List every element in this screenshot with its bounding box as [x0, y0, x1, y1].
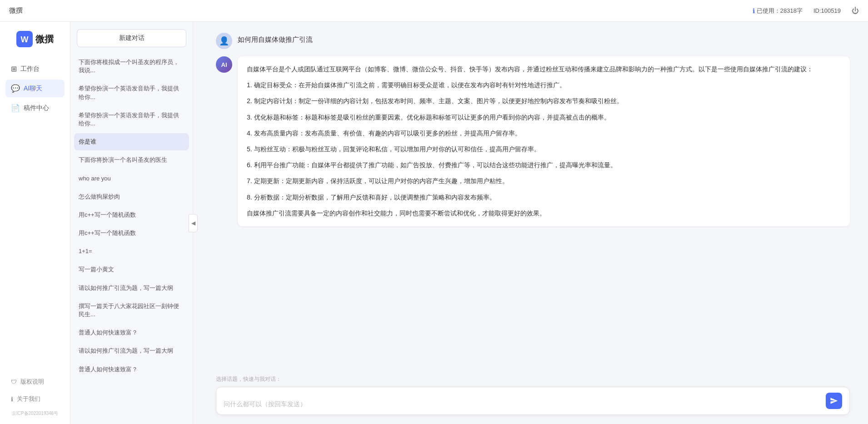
sidebar-item-label: 工作台	[20, 65, 40, 73]
chat-input[interactable]	[224, 399, 822, 409]
chat-main: 👤 如何用自媒体做推广引流 AI 自媒体平台是个人或团队通过互联网平台（如博客、…	[198, 22, 868, 424]
history-item[interactable]: 用c++写一个随机函数	[74, 206, 189, 224]
history-item[interactable]: 希望你扮演一个英语发音助手，我提供给你...	[74, 107, 189, 132]
ai-paragraph: 自媒体推广引流需要具备一定的内容创作和社交能力，同时也需要不断尝试和优化，才能取…	[247, 208, 841, 219]
logo-text: 微撰	[35, 33, 54, 45]
topbar-id: ID:100519	[813, 7, 841, 14]
history-item[interactable]: 撰写一篇关于八大家花园社区一刻钟便民生...	[74, 298, 189, 323]
chat-messages: 👤 如何用自媒体做推广引流 AI 自媒体平台是个人或团队通过互联网平台（如博客、…	[198, 22, 868, 371]
power-icon[interactable]: ⏻	[852, 7, 859, 15]
sidebar-nav: ⊞ 工作台 💬 AI聊天 📄 稿件中心	[0, 60, 70, 117]
user-message-text: 如何用自媒体做推广引流	[238, 33, 313, 44]
usage-text: 已使用：28318字	[757, 7, 803, 15]
sidebar-item-copyright[interactable]: 🛡 版权说明	[5, 374, 65, 389]
history-item[interactable]: 普通人如何快速致富？	[74, 324, 189, 341]
ai-paragraph: 自媒体平台是个人或团队通过互联网平台（如博客、微博、微信公众号、抖音、快手等）发…	[247, 64, 841, 75]
sidebar-logo: W 微撰	[16, 31, 54, 47]
history-item[interactable]: 下面你将扮演一个名叫圣友的医生	[74, 151, 189, 169]
ai-avatar: AI	[216, 56, 232, 73]
topbar-right: ℹ 已使用：28318字 ID:100519 ⏻	[753, 7, 859, 15]
avatar: 👤	[216, 33, 232, 49]
collapse-toggle[interactable]: ◀	[189, 214, 198, 232]
doc-icon: 📄	[11, 104, 20, 112]
ai-content: 自媒体平台是个人或团队通过互联网平台（如博客、微博、微信公众号、抖音、快手等）发…	[238, 56, 850, 226]
sidebar: W 微撰 ⊞ 工作台 💬 AI聊天 📄 稿件中心 🛡 版权说明	[0, 22, 70, 424]
shield-icon: 🛡	[11, 379, 17, 385]
history-item[interactable]: 普通人如何快速致富？	[74, 361, 189, 378]
info-icon: ℹ	[753, 7, 755, 15]
send-button[interactable]	[826, 393, 842, 409]
ai-paragraph: 1. 确定目标受众：在开始自媒体推广引流之前，需要明确目标受众是谁，以便在发布内…	[247, 80, 841, 91]
ai-paragraph: 5. 与粉丝互动：积极与粉丝互动，回复评论和私信，可以增加用户对你的认可和信任，…	[247, 144, 841, 155]
history-item[interactable]: 下面你将模拟成一个叫圣友的程序员，我说...	[74, 54, 189, 79]
new-chat-button[interactable]: 新建对话	[77, 29, 186, 47]
quick-topics-label: 选择话题，快速与我对话：	[216, 375, 850, 383]
history-item[interactable]: 你是谁	[74, 133, 189, 150]
message-group: 👤 如何用自媒体做推广引流 AI 自媒体平台是个人或团队通过互联网平台（如博客、…	[216, 33, 850, 226]
sidebar-item-label: AI聊天	[24, 85, 42, 93]
sidebar-item-drafts[interactable]: 📄 稿件中心	[5, 99, 65, 117]
history-list: 下面你将模拟成一个叫圣友的程序员，我说... 希望你扮演一个英语发音助手，我提供…	[70, 52, 193, 424]
chat-icon: 💬	[11, 84, 20, 93]
history-item[interactable]: 请以如何推广引流为题，写一篇大纲	[74, 342, 189, 359]
history-item[interactable]: 请以如何推广引流为题，写一篇大纲	[74, 279, 189, 297]
grid-icon: ⊞	[11, 65, 17, 73]
history-item[interactable]: 用c++写一个随机函数	[74, 224, 189, 242]
ai-paragraph: 3. 优化标题和标签：标题和标签是吸引粉丝的重要因素。优化标题和标签可以让更多的…	[247, 112, 841, 123]
sidebar-bottom: 🛡 版权说明 ℹ 关于我们 京ICP备2022019348号	[0, 374, 70, 424]
ai-paragraph: 7. 定期更新：定期更新内容，保持活跃度，可以让用户对你的内容产生兴趣，增加用户…	[247, 175, 841, 187]
ai-message: AI 自媒体平台是个人或团队通过互联网平台（如博客、微博、微信公众号、抖音、快手…	[216, 56, 850, 226]
info-circle-icon: ℹ	[11, 396, 13, 403]
ai-paragraph: 2. 制定内容计划：制定一份详细的内容计划，包括发布时间、频率、主题、文案、图片…	[247, 95, 841, 107]
send-icon	[830, 397, 838, 405]
ai-paragraph: 6. 利用平台推广功能：自媒体平台都提供了推广功能，如广告投放、付费推广等，可以…	[247, 160, 841, 171]
topbar: 微撰 ℹ 已使用：28318字 ID:100519 ⏻	[0, 0, 868, 22]
chat-history-panel: 新建对话 下面你将模拟成一个叫圣友的程序员，我说... 希望你扮演一个英语发音助…	[70, 22, 193, 424]
sidebar-item-ai-chat[interactable]: 💬 AI聊天	[5, 80, 65, 97]
history-item[interactable]: 怎么做狗屎炒肉	[74, 188, 189, 205]
sidebar-item-about[interactable]: ℹ 关于我们	[5, 391, 65, 407]
ai-paragraph: 4. 发布高质量内容：发布高质量、有价值、有趣的内容可以吸引更多的粉丝，并提高用…	[247, 128, 841, 139]
user-message: 👤 如何用自媒体做推广引流	[216, 33, 850, 49]
ai-paragraph: 8. 分析数据：定期分析数据，了解用户反馈和喜好，以便调整推广策略和内容发布频率…	[247, 192, 841, 203]
history-item[interactable]: who are you	[74, 170, 189, 187]
svg-text:W: W	[21, 35, 29, 44]
logo-icon: W	[16, 31, 33, 47]
chat-input-area: 选择话题，快速与我对话：	[198, 371, 868, 424]
history-item[interactable]: 希望你扮演一个英语发音助手，我提供给你...	[74, 80, 189, 105]
history-item[interactable]: 写一篇小黄文	[74, 261, 189, 278]
sidebar-item-workbench[interactable]: ⊞ 工作台	[5, 60, 65, 78]
history-item[interactable]: 1+1=	[74, 243, 189, 260]
sidebar-item-label: 稿件中心	[24, 104, 49, 112]
icp-text: 京ICP备2022019348号	[5, 409, 65, 417]
topbar-usage: ℹ 已使用：28318字	[753, 7, 803, 15]
input-box	[216, 387, 850, 415]
topbar-title: 微撰	[9, 6, 753, 15]
